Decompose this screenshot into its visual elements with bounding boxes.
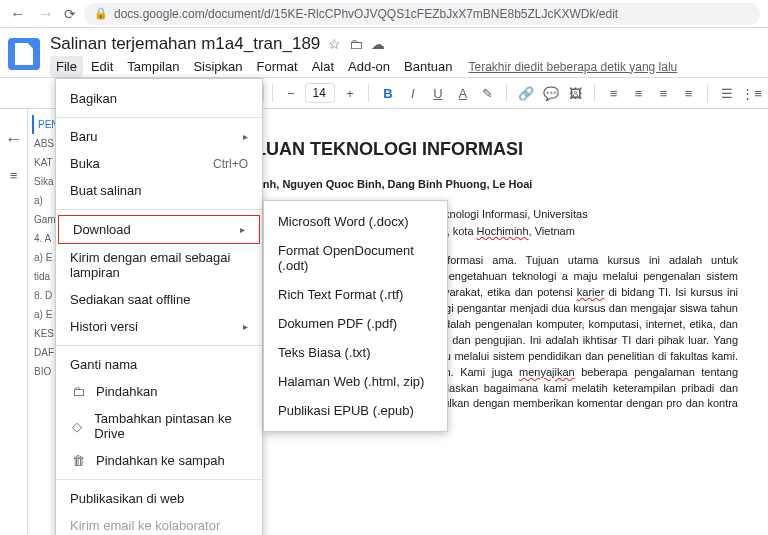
folder-icon: 🗀 [70,384,86,399]
download-rtf[interactable]: Rich Text Format (.rtf) [264,280,447,309]
menu-makecopy[interactable]: Buat salinan [56,177,262,204]
align-justify[interactable]: ≡ [678,82,699,104]
bold-button[interactable]: B [377,82,398,104]
menu-insert[interactable]: Sisipkan [187,56,248,77]
menu-format[interactable]: Format [251,56,304,77]
align-left[interactable]: ≡ [603,82,624,104]
doc-title[interactable]: Salinan terjemahan m1a4_tran_189 [50,34,320,54]
list-bullet[interactable]: ⋮≡ [741,82,762,104]
menu-email-collab[interactable]: Kirim email ke kolaborator [56,512,262,535]
download-html[interactable]: Halaman Web (.html, zip) [264,367,447,396]
menu-publish[interactable]: Publikasikan di web [56,485,262,512]
image-button[interactable]: 🖼 [565,82,586,104]
textcolor-button[interactable]: A [452,82,473,104]
menu-add-shortcut[interactable]: ◇Tambahkan pintasan ke Drive [56,405,262,447]
drive-icon: ◇ [70,419,84,434]
download-pdf[interactable]: Dokumen PDF (.pdf) [264,309,447,338]
menu-history[interactable]: Histori versi▸ [56,313,262,340]
align-center[interactable]: ≡ [628,82,649,104]
size-select[interactable]: 14 [305,83,335,103]
line-spacing[interactable]: ☰ [716,82,737,104]
menu-new[interactable]: Baru▸ [56,123,262,150]
menu-offline[interactable]: Sediakan saat offline [56,286,262,313]
chevron-right-icon: ▸ [240,224,245,235]
back-arrow-icon[interactable]: ← [5,129,23,150]
download-epub[interactable]: Publikasi EPUB (.epub) [264,396,447,425]
highlight-button[interactable]: ✎ [477,82,498,104]
download-submenu: Microsoft Word (.docx) Format OpenDocume… [263,200,448,432]
forward-icon[interactable]: → [36,5,56,23]
menu-view[interactable]: Tampilan [121,56,185,77]
menu-share[interactable]: Bagikan [56,85,262,112]
underline-button[interactable]: U [427,82,448,104]
menu-addon[interactable]: Add-on [342,56,396,77]
menu-move[interactable]: 🗀Pindahkan [56,378,262,405]
italic-button[interactable]: I [402,82,423,104]
chevron-right-icon: ▸ [243,131,248,142]
docs-logo[interactable] [8,38,40,70]
size-plus[interactable]: + [339,82,360,104]
chevron-right-icon: ▸ [243,321,248,332]
download-odt[interactable]: Format OpenDocument (.odt) [264,236,447,280]
download-txt[interactable]: Teks Biasa (.txt) [264,338,447,367]
link-button[interactable]: 🔗 [515,82,536,104]
star-icon[interactable]: ☆ [328,36,341,52]
trash-icon: 🗑 [70,453,86,468]
reload-icon[interactable]: ⟳ [64,6,76,22]
outline-toggle-icon[interactable]: ≡ [10,168,18,183]
size-minus[interactable]: − [280,82,301,104]
url-bar[interactable]: 🔒 docs.google.com/document/d/15KE-RlcCPh… [84,3,760,25]
menu-download[interactable]: Download▸ [58,215,260,244]
cloud-icon[interactable]: ☁ [371,36,385,52]
menu-edit[interactable]: Edit [85,56,119,77]
url-text: docs.google.com/document/d/15KE-RlcCPhvO… [114,7,618,21]
align-right[interactable]: ≡ [653,82,674,104]
menu-open[interactable]: BukaCtrl+O [56,150,262,177]
menu-email-attach[interactable]: Kirim dengan email sebagai lampiran [56,244,262,286]
last-edit[interactable]: Terakhir diedit beberapa detik yang lalu [468,60,677,74]
menu-rename[interactable]: Ganti nama [56,351,262,378]
move-icon[interactable]: 🗀 [349,36,363,52]
comment-button[interactable]: 💬 [540,82,561,104]
file-dropdown: Bagikan Baru▸ BukaCtrl+O Buat salinan Do… [55,78,263,535]
back-icon[interactable]: ← [8,5,28,23]
menu-tools[interactable]: Alat [306,56,340,77]
menu-trash[interactable]: 🗑Pindahkan ke sampah [56,447,262,474]
lock-icon: 🔒 [94,7,108,20]
menu-help[interactable]: Bantuan [398,56,458,77]
download-docx[interactable]: Microsoft Word (.docx) [264,207,447,236]
menu-file[interactable]: File [50,56,83,77]
